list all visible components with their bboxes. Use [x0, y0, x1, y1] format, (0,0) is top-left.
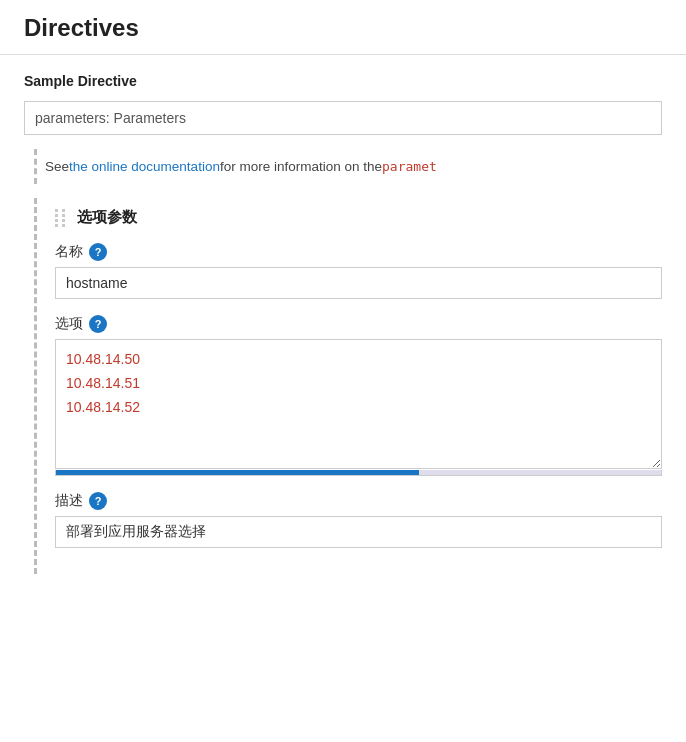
info-code: paramet [382, 159, 437, 174]
options-block-label: 选项参数 [77, 208, 137, 227]
options-field-label: 选项 ? [55, 315, 662, 333]
name-input[interactable] [55, 267, 662, 299]
name-label-text: 名称 [55, 243, 83, 261]
description-field-label: 描述 ? [55, 492, 662, 510]
options-label-text: 选项 [55, 315, 83, 333]
page-title: Directives [24, 14, 662, 42]
options-field-row: 选项 ? 10.48.14.50 10.48.14.51 10.48.14.52 [55, 315, 662, 476]
drag-handle-icon[interactable] [55, 209, 67, 227]
parameters-input[interactable] [24, 101, 662, 135]
name-field-label: 名称 ? [55, 243, 662, 261]
info-after-link: for more information on the [220, 159, 382, 174]
name-help-icon[interactable]: ? [89, 243, 107, 261]
online-documentation-link[interactable]: the online documentation [69, 159, 220, 174]
options-textarea[interactable]: 10.48.14.50 10.48.14.51 10.48.14.52 [55, 339, 662, 469]
block-header: 选项参数 [55, 208, 662, 227]
page-header: Directives [0, 0, 686, 55]
options-block: 选项参数 名称 ? 选项 ? 10.48.14.50 10.48.14.51 1… [34, 198, 662, 574]
name-field-row: 名称 ? [55, 243, 662, 299]
content-area: Sample Directive See the online document… [0, 55, 686, 592]
description-label-text: 描述 [55, 492, 83, 510]
description-help-icon[interactable]: ? [89, 492, 107, 510]
description-input[interactable] [55, 516, 662, 548]
info-bar: See the online documentation for more in… [34, 149, 662, 184]
scrollbar-hint [55, 470, 662, 476]
section-title: Sample Directive [24, 73, 662, 89]
info-before-link: See [45, 159, 69, 174]
description-field-row: 描述 ? [55, 492, 662, 548]
options-help-icon[interactable]: ? [89, 315, 107, 333]
